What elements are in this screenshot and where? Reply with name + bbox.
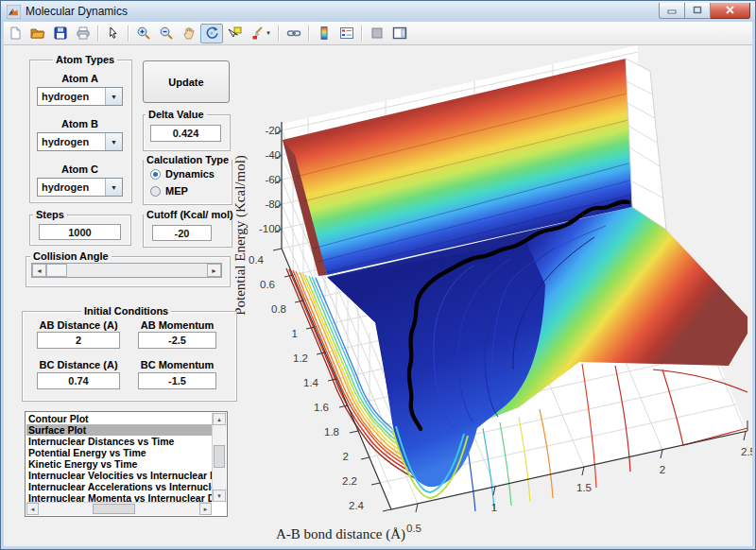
scrollbar-thumb[interactable]	[93, 504, 135, 514]
y-tick-label: 0.6	[260, 279, 275, 290]
scrollbar-thumb[interactable]	[214, 445, 225, 468]
minimize-button[interactable]	[659, 3, 685, 19]
radio-unselected-icon[interactable]	[150, 186, 161, 197]
list-item[interactable]: Kinetic Energy vs Time	[26, 458, 212, 470]
zoom-in-button[interactable]	[132, 24, 155, 43]
ab-distance-field[interactable]	[37, 332, 120, 349]
x-tick-label: 2	[660, 464, 665, 475]
brush-data-button[interactable]: ▾	[246, 24, 275, 43]
list-item[interactable]: Internuclear Accelerations vs Internucle…	[26, 481, 212, 492]
slider-right-arrow[interactable]: ►	[207, 264, 221, 277]
brush-dropdown-caret[interactable]: ▾	[266, 29, 270, 37]
show-plot-tools-icon	[392, 26, 407, 41]
slider-thumb[interactable]	[46, 264, 67, 277]
brush-data-icon	[250, 26, 266, 41]
list-item[interactable]: Surface Plot	[26, 424, 212, 436]
toolbar-separator	[128, 26, 129, 42]
list-item[interactable]: Internuclear Momenta vs Internuclear Dis…	[26, 492, 212, 502]
y-tick-label: 1.6	[314, 402, 329, 413]
insert-colorbar-icon	[317, 26, 332, 41]
initial-conditions-title: Initial Conditions	[81, 305, 171, 317]
dynamics-radio-label: Dynamics	[165, 168, 215, 180]
atom-c-dropdown[interactable]: hydrogen ▼	[37, 178, 123, 197]
pan-hand-icon	[181, 26, 197, 41]
print-figure-button[interactable]	[72, 24, 94, 43]
calculation-type-title: Calculation Type	[144, 154, 232, 165]
data-cursor-icon	[227, 26, 242, 41]
delta-value-field[interactable]	[150, 125, 221, 142]
save-figure-button[interactable]	[49, 24, 72, 43]
pan-button[interactable]	[178, 24, 200, 43]
dynamics-radio[interactable]: Dynamics	[150, 168, 215, 180]
bc-distance-field[interactable]	[37, 372, 120, 389]
x-axis-label: A-B bond distance (Å)	[276, 526, 405, 542]
slider-track[interactable]	[67, 264, 207, 277]
chevron-down-icon[interactable]: ▼	[105, 88, 122, 105]
rotate-3d-icon	[204, 26, 219, 41]
list-item[interactable]: Internuclear Distances vs Time	[26, 436, 212, 447]
chevron-down-icon[interactable]: ▼	[105, 133, 122, 150]
zoom-out-button[interactable]	[155, 24, 178, 43]
chevron-down-icon[interactable]: ▼	[105, 179, 122, 196]
title-bar[interactable]: Molecular Dynamics	[1, 1, 755, 23]
atom-b-label: Atom B	[29, 118, 130, 129]
list-item[interactable]: Internuclear Velocities vs Internuclear …	[26, 470, 212, 481]
update-button[interactable]: Update	[143, 60, 230, 103]
hide-plot-tools-button[interactable]	[366, 24, 388, 43]
vertical-scrollbar[interactable]: ▲ ▼	[212, 413, 226, 502]
cutoff-field[interactable]	[152, 225, 212, 241]
y-tick-label: 1	[292, 328, 298, 339]
scroll-up-arrow[interactable]: ▲	[213, 413, 226, 425]
show-plot-tools-button[interactable]	[388, 24, 411, 43]
scroll-right-arrow[interactable]: ►	[199, 503, 212, 515]
hide-plot-tools-icon	[369, 26, 385, 41]
rotate-3d-button[interactable]	[200, 24, 223, 43]
insert-colorbar-button[interactable]	[313, 24, 335, 43]
ab-distance-label: AB Distance (A)	[37, 319, 120, 331]
bc-momentum-label: BC Momentum	[138, 359, 216, 370]
list-item[interactable]: Potential Energy vs Time	[26, 447, 212, 458]
x-tick-label: 1.5	[576, 482, 592, 493]
z-tick-label: -80	[265, 198, 281, 210]
mep-radio[interactable]: MEP	[150, 185, 188, 197]
horizontal-scrollbar[interactable]: ◄ ►	[26, 502, 212, 515]
plot-type-listbox[interactable]: Contour PlotSurface PlotInternuclear Dis…	[25, 411, 228, 517]
atom-a-dropdown[interactable]: hydrogen ▼	[37, 87, 123, 106]
close-button[interactable]	[711, 3, 750, 19]
window-frame	[1, 22, 4, 549]
slider-left-arrow[interactable]: ◄	[32, 264, 46, 277]
new-figure-button[interactable]	[4, 24, 26, 43]
z-tick-label: -100	[259, 223, 281, 234]
atom-b-dropdown[interactable]: hydrogen ▼	[37, 132, 123, 151]
collision-angle-slider[interactable]: ◄ ►	[31, 263, 222, 278]
print-figure-icon	[76, 26, 91, 41]
z-axis-label: Potential Energy (Kcal/mol)	[232, 155, 249, 316]
bc-momentum-field[interactable]	[138, 372, 216, 389]
scroll-down-arrow[interactable]: ▼	[213, 490, 226, 502]
edit-plot-icon	[106, 26, 121, 41]
link-plot-button[interactable]	[283, 24, 305, 43]
y-tick-label: 1.4	[303, 377, 318, 388]
insert-legend-icon	[339, 26, 354, 41]
y-tick-label: 2.4	[349, 500, 364, 511]
y-tick-label: 1.2	[293, 352, 308, 364]
data-cursor-button[interactable]	[223, 24, 246, 43]
steps-field[interactable]	[39, 224, 121, 240]
atom-c-value: hydrogen	[38, 181, 105, 193]
insert-legend-button[interactable]	[335, 24, 358, 43]
x-tick-label: 1	[491, 502, 497, 513]
zoom-out-icon	[159, 26, 174, 41]
plot-listbox-items: Contour PlotSurface PlotInternuclear Dis…	[26, 413, 212, 502]
list-item[interactable]: Contour Plot	[26, 413, 212, 424]
collision-angle-title: Collision Angle	[30, 250, 112, 262]
open-file-icon	[30, 26, 45, 41]
ab-momentum-field[interactable]	[138, 332, 216, 349]
scroll-left-arrow[interactable]: ◄	[26, 503, 39, 515]
edit-plot-button[interactable]	[102, 24, 125, 43]
radio-selected-icon[interactable]	[150, 169, 161, 180]
window-title: Molecular Dynamics	[26, 5, 128, 18]
open-file-button[interactable]	[26, 24, 49, 43]
maximize-button[interactable]	[685, 3, 711, 19]
atom-types-title: Atom Types	[53, 54, 117, 65]
atom-a-label: Atom A	[29, 73, 130, 84]
